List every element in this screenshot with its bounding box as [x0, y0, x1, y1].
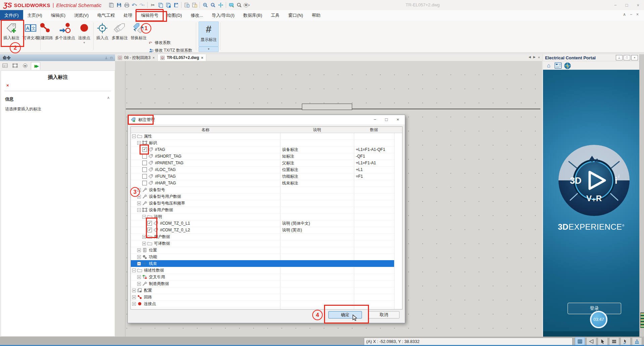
column-header-data[interactable]: 数据: [354, 127, 394, 133]
multiple-connection-points-button[interactable]: 多个连接点: [54, 21, 76, 47]
zoom-previous-icon[interactable]: [209, 1, 217, 9]
tree-row-#PARENT_TAG[interactable]: #PARENT_TAG父标注+L1=F1-A1: [131, 160, 394, 167]
paste-doc-icon[interactable]: [183, 1, 191, 9]
tree-row-#TAG[interactable]: ✓#TAG设备标注+L1=F1-A1-QF1: [131, 146, 394, 153]
menu-minimize-icon[interactable]: −: [630, 12, 632, 17]
expand-icon[interactable]: +: [137, 201, 141, 205]
tab-close-icon[interactable]: ×: [538, 55, 540, 59]
tree-row-属性[interactable]: −属性: [131, 133, 394, 140]
pan-icon[interactable]: [217, 1, 224, 9]
document-tab-0[interactable]: 808 - 控制回路3×: [115, 54, 158, 61]
cut-icon[interactable]: ✂: [149, 1, 157, 9]
expand-icon[interactable]: +: [142, 235, 146, 239]
command-run-icon[interactable]: ▶▶: [31, 62, 40, 70]
paste-special-icon[interactable]: [191, 1, 198, 9]
tree-row-设备型号[interactable]: +设备型号: [131, 186, 394, 193]
ok-button[interactable]: 确定: [328, 311, 362, 319]
row-checkbox[interactable]: ✓: [147, 228, 152, 232]
cursor-tool-icon[interactable]: [598, 337, 608, 346]
info-collapse-icon[interactable]: ∧: [107, 96, 110, 100]
expand-icon[interactable]: +: [137, 255, 141, 259]
multiple-tags-button[interactable]: 多重标注: [111, 21, 129, 47]
tab-close-icon[interactable]: ×: [153, 56, 155, 60]
report-icon[interactable]: [107, 1, 115, 9]
collapse-icon[interactable]: −: [132, 134, 136, 138]
portal-content[interactable]: 3D i i V₊R 3DEXPERIENCE® 登录 03:47: [543, 70, 639, 337]
zoom-window-icon[interactable]: [201, 1, 209, 9]
menu-item-11[interactable]: 工具: [266, 10, 284, 20]
print-icon[interactable]: [123, 1, 130, 9]
menu-item-6[interactable]: 编辑符号: [137, 10, 163, 20]
minimize-icon[interactable]: −: [614, 3, 617, 8]
undo-icon[interactable]: ↶▾: [130, 1, 138, 9]
tree-row-设备用户数据[interactable]: −设备用户数据: [131, 207, 394, 214]
menu-item-13[interactable]: 帮助: [308, 10, 325, 20]
command-doc-icon[interactable]: [1, 62, 9, 69]
menu-item-9[interactable]: 导入/导出(I): [207, 10, 239, 20]
tree-row-说明[interactable]: −说明: [131, 213, 394, 220]
expand-icon[interactable]: +: [137, 275, 141, 279]
search-icon[interactable]: [235, 1, 243, 9]
menu-item-0[interactable]: 文件(F): [0, 10, 23, 20]
users-tool-icon[interactable]: [632, 337, 642, 346]
tree-row-设备型号电压和频率[interactable]: +设备型号电压和频率: [131, 200, 394, 207]
tree-row-#COM_TZ_0_L2[interactable]: ✓#COM_TZ_0_L2说明 (英语): [131, 227, 394, 234]
portal-home-icon[interactable]: ⌂: [545, 62, 552, 69]
expand-icon[interactable]: +: [137, 248, 141, 252]
copy-icon[interactable]: [157, 1, 164, 9]
macro-icon[interactable]: M▾: [243, 1, 251, 9]
menu-item-8[interactable]: 修改...: [186, 10, 207, 20]
expand-icon[interactable]: +: [132, 289, 136, 292]
show-tags-button[interactable]: # 显示标注: [199, 21, 219, 47]
panel-pin-icon[interactable]: ⊥: [105, 56, 108, 60]
insertion-point-button[interactable]: 插入点: [95, 21, 110, 47]
tree-row-位置[interactable]: +位置: [131, 247, 394, 254]
tab-scroll-right-icon[interactable]: ▶: [533, 55, 536, 59]
markup-icon[interactable]: [227, 1, 235, 9]
tree-row-配置[interactable]: +配置: [131, 287, 394, 294]
menu-item-12[interactable]: 窗口(N): [284, 10, 307, 20]
menu-item-4[interactable]: 电气工程: [93, 10, 119, 20]
tree-row-交叉引用[interactable]: +交叉引用: [131, 274, 394, 281]
portal-web-icon[interactable]: ϟ: [564, 62, 571, 69]
row-checkbox[interactable]: ✓: [147, 221, 152, 226]
portal-close-icon[interactable]: ×: [631, 55, 638, 60]
portal-catalog-icon[interactable]: [554, 62, 562, 69]
insert-tag-button[interactable]: 插入标注: [1, 21, 22, 47]
new-circuit-button[interactable]: 新建回路: [36, 21, 54, 47]
expand-icon[interactable]: +: [137, 282, 141, 286]
tree-row-#HAR_TAG[interactable]: #HAR_TAG线束标注: [131, 180, 394, 187]
tree-row-#FUN_TAG[interactable]: #FUN_TAG功能标注=F1: [131, 173, 394, 180]
tree-row-制造商数据[interactable]: +制造商数据: [131, 280, 394, 287]
tree-row-标识[interactable]: −标识: [131, 139, 394, 147]
command-component-icon[interactable]: [11, 62, 19, 69]
connection-point-dropdown-icon[interactable]: ▾: [84, 41, 85, 44]
tree-row-连接点[interactable]: +连接点: [131, 300, 394, 307]
collapse-icon[interactable]: −: [142, 215, 146, 219]
expand-icon[interactable]: +: [137, 188, 141, 192]
tree-row-描述性数据[interactable]: −描述性数据: [131, 267, 394, 274]
row-checkbox[interactable]: [142, 167, 147, 172]
maximize-icon[interactable]: □: [626, 3, 628, 8]
column-header-name[interactable]: 名称: [131, 127, 280, 133]
side-strip-badge[interactable]: [640, 312, 644, 328]
show-tags-dropdown-icon[interactable]: ▾: [199, 47, 219, 52]
collapse-icon[interactable]: −: [137, 208, 141, 212]
replace-tags-button[interactable]: 替换标注: [129, 21, 148, 47]
row-checkbox[interactable]: [142, 161, 147, 165]
command-cancel-icon[interactable]: ×: [6, 83, 9, 88]
close-icon[interactable]: ×: [637, 3, 639, 8]
grid-tool-icon[interactable]: [575, 337, 585, 346]
tab-scroll-left-icon[interactable]: ◀: [529, 55, 531, 59]
menu-item-5[interactable]: 处理: [119, 10, 137, 20]
tree-row-#SHORT_TAG[interactable]: #SHORT_TAG短标注-QF1: [131, 153, 394, 160]
row-checkbox[interactable]: [142, 154, 147, 159]
menu-item-10[interactable]: 数据库(B): [239, 10, 266, 20]
dialog-close-icon[interactable]: ×: [392, 115, 404, 124]
modify-coefficient-button[interactable]: 1²³ 修改系数: [149, 40, 171, 46]
expand-icon[interactable]: +: [142, 242, 146, 245]
command-macro-icon[interactable]: M: [21, 62, 30, 69]
tree-row-#LOC_TAG[interactable]: #LOC_TAG位置标注+L1: [131, 166, 394, 173]
tree-row-用户数据[interactable]: +用户数据: [131, 233, 394, 240]
menu-close-icon[interactable]: ×: [636, 12, 639, 17]
